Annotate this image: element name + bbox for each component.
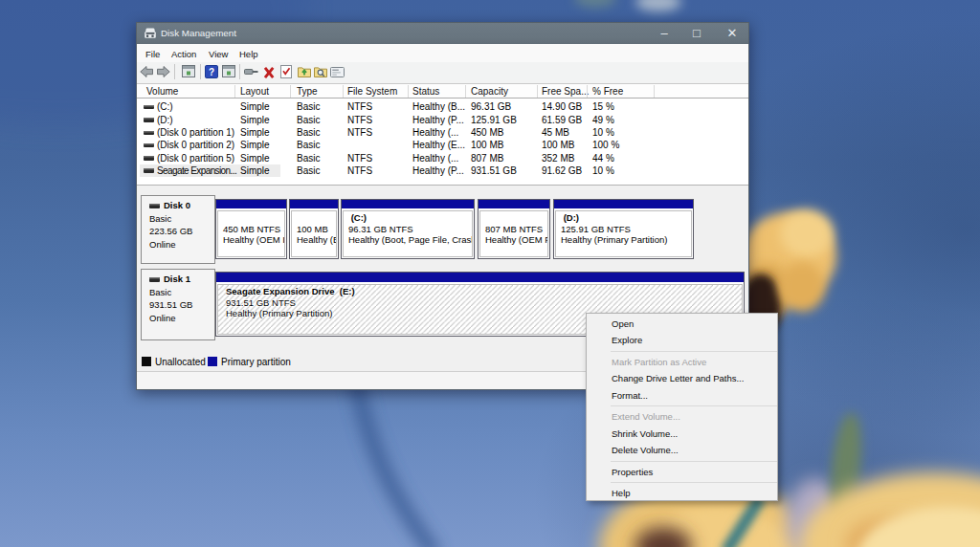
svg-text:?: ? xyxy=(209,67,214,77)
